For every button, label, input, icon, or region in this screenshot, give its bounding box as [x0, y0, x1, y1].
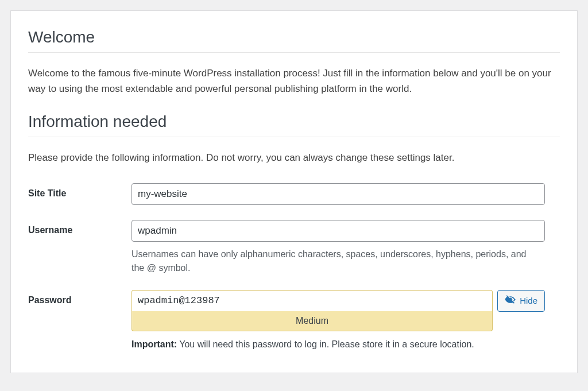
info-note: Please provide the following information… [28, 150, 560, 165]
site-title-input[interactable] [131, 183, 545, 205]
eye-slash-icon [505, 294, 516, 307]
site-title-row: Site Title [28, 183, 560, 205]
username-label: Username [28, 220, 131, 235]
welcome-heading: Welcome [28, 28, 560, 52]
password-row: Password Medium Hide Important: You will… [28, 290, 560, 350]
info-needed-heading: Information needed [28, 113, 560, 137]
site-title-label: Site Title [28, 183, 131, 199]
password-input[interactable] [131, 290, 493, 311]
username-row: Username Usernames can have only alphanu… [28, 220, 560, 275]
password-wrap: Medium Hide [131, 290, 545, 331]
username-input[interactable] [131, 220, 545, 242]
important-label: Important: [131, 339, 177, 349]
username-hint: Usernames can have only alphanumeric cha… [131, 247, 528, 275]
hide-button-label: Hide [520, 296, 537, 305]
password-label: Password [28, 290, 131, 305]
install-panel: Welcome Welcome to the famous five-minut… [10, 10, 578, 373]
hide-password-button[interactable]: Hide [497, 290, 545, 312]
password-strength: Medium [131, 311, 493, 331]
divider [28, 52, 560, 53]
divider [28, 137, 560, 137]
password-important: Important: You will need this password t… [131, 339, 560, 350]
welcome-intro: Welcome to the famous five-minute WordPr… [28, 65, 560, 96]
important-text: You will need this password to log in. P… [177, 339, 474, 349]
